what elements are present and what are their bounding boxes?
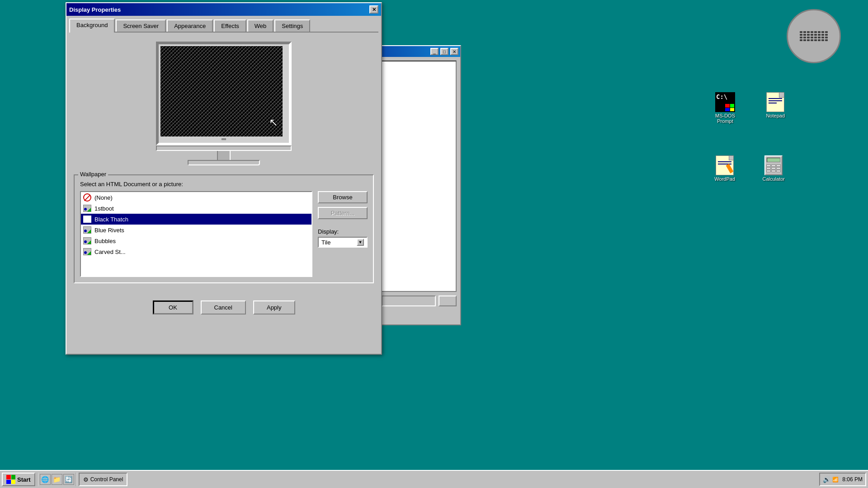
system-tray: 🔊 📶 8:06 PM [819,473,866,486]
monitor-preview: ↖ [74,37,374,173]
display-properties-dialog: Display Properties ✕ Background Screen S… [66,2,382,355]
folder-icon[interactable]: 📁 [52,474,62,485]
keyboard-icon [787,9,841,63]
desktop: _ □ ✕ Save Notepad [0,0,868,488]
wallpaper-description: Select an HTML Document or a picture: [80,181,368,188]
taskbar-item-label: Control Panel [90,476,123,483]
list-item[interactable]: Blue Rivets [81,225,311,235]
wallpaper-preview [160,46,283,136]
ie-icon[interactable]: 🌐 [40,474,51,485]
msdos-desktop-icon[interactable]: C:\ MS-DOS Prompt [713,90,737,126]
start-label: Start [17,476,31,483]
wallpaper-buttons: Browse Pattern... Display: Tile ▼ [318,191,368,277]
browse-button[interactable]: Browse [318,191,368,203]
bg-win-close[interactable]: ✕ [450,48,458,55]
monitor-screen: ↖ [160,46,283,136]
cancel-button[interactable]: Cancel [201,300,246,314]
wallpaper-group-label: Wallpaper [78,171,108,178]
tab-screensaver[interactable]: Screen Saver [116,19,166,32]
bg-win-minimize[interactable]: _ [430,48,439,55]
tab-settings[interactable]: Settings [274,19,310,32]
quick-launch: 🌐 📁 🔄 [40,474,74,485]
dialog-titlebar: Display Properties ✕ [66,3,381,16]
list-item[interactable]: Carved St... [81,246,311,257]
network-icon: 📶 [832,477,839,483]
picture-icon [83,236,92,245]
tab-appearance[interactable]: Appearance [167,19,213,32]
dialog-tabs: Background Screen Saver Appearance Effec… [66,16,381,32]
start-button[interactable]: Start [2,473,35,486]
wallpaper-list-container: (None) 1stboot [80,191,312,277]
tab-web[interactable]: Web [247,19,274,32]
taskbar-divider [37,473,38,486]
pattern-button[interactable]: Pattern... [318,207,368,219]
calc-desktop-icon[interactable]: Calculator [760,154,787,183]
bg-win-restore[interactable]: □ [440,48,448,55]
tab-background[interactable]: Background [69,19,115,33]
dialog-title: Display Properties [69,6,368,13]
dialog-content: ↖ Wallpaper Select an HTML Document or a… [66,33,381,290]
list-item-selected[interactable]: Black Thatch [81,214,311,225]
picture-icon-selected [83,215,92,224]
dialog-footer: OK Cancel Apply [66,293,381,322]
display-label: Display: [318,228,368,235]
wordpad-desktop-icon[interactable]: WordPad [712,154,737,183]
wallpaper-list[interactable]: (None) 1stboot [81,192,311,276]
control-panel-icon-small: ⚙ [83,476,89,483]
update-icon[interactable]: 🔄 [63,474,74,485]
taskbar-divider2 [76,473,77,486]
select-arrow-icon[interactable]: ▼ [357,239,364,246]
notepad-desktop-icon[interactable]: Notepad [764,90,787,120]
tab-effects[interactable]: Effects [214,19,246,32]
list-item[interactable]: Bubbles [81,235,311,246]
wallpaper-row: (None) 1stboot [80,191,368,277]
list-item[interactable]: (None) [81,192,311,203]
volume-icon[interactable]: 🔊 [823,476,830,483]
apply-button[interactable]: Apply [253,300,295,314]
display-select[interactable]: Tile ▼ [318,237,368,248]
picture-icon [83,204,92,213]
none-icon [83,193,92,202]
ok-button[interactable]: OK [153,300,193,314]
taskbar: Start 🌐 📁 🔄 ⚙ Control Panel 🔊 📶 8:06 PM [0,470,868,488]
wallpaper-group: Wallpaper Select an HTML Document or a p… [74,174,374,283]
clock: 8:06 PM [842,476,863,483]
windows-logo [6,475,15,484]
dialog-close-button[interactable]: ✕ [369,5,378,14]
list-item[interactable]: 1stboot [81,203,311,214]
taskbar-window-item[interactable]: ⚙ Control Panel [79,473,128,486]
display-section: Display: Tile ▼ [318,228,368,248]
picture-icon [83,247,92,256]
picture-icon [83,225,92,235]
